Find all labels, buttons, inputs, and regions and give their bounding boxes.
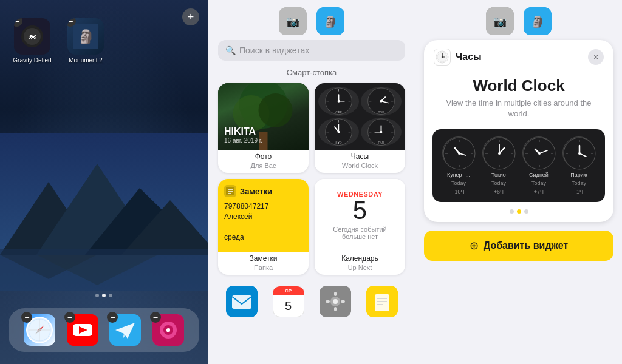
- svg-point-104: [458, 152, 460, 155]
- clock-cupertino-offset: -10Ч: [453, 189, 464, 195]
- svg-text:📷: 📷: [493, 15, 507, 29]
- remove-badge[interactable]: −: [150, 312, 161, 323]
- add-widget-button[interactable]: ⊕ Добавить виджет: [424, 231, 613, 261]
- notes-widget-name: Заметки: [218, 252, 309, 264]
- notes-widget-title: Заметки: [240, 187, 272, 196]
- svg-point-96: [442, 56, 443, 58]
- page-dots: [95, 294, 112, 297]
- clock-tokyo: Токио Today +6Ч: [482, 136, 515, 195]
- svg-point-128: [578, 152, 581, 155]
- svg-point-35: [259, 93, 293, 127]
- page-dot-2: [102, 294, 106, 297]
- svg-rect-81: [341, 300, 345, 303]
- clock-widget-name: Часы: [315, 150, 405, 162]
- clock-face-2: TOK: [361, 87, 402, 116]
- clock-tokyo-day: Today: [491, 180, 506, 186]
- settings-icon[interactable]: [320, 286, 351, 317]
- detail-dot-2: [517, 209, 521, 214]
- notes-small-icon[interactable]: [366, 286, 398, 317]
- svg-text:🗿: 🗿: [531, 15, 545, 29]
- notes-line-2: Алексей: [224, 212, 302, 221]
- clock-sydney-name: Сидней: [529, 172, 549, 178]
- widget-top-icon-1: 📷: [279, 7, 307, 35]
- widget-top-icon-2: 🗿: [316, 7, 344, 35]
- widget-selector-panel: 📷 🗿 🔍 Поиск в виджетах Смарт-стопка: [208, 0, 415, 364]
- svg-text:d: d: [166, 327, 170, 334]
- clock-paris-name: Париж: [570, 172, 587, 178]
- page-dot-3: [109, 294, 112, 297]
- svg-rect-78: [334, 292, 337, 296]
- clock-sydney-day: Today: [531, 180, 546, 186]
- clock-app-name: Часы: [456, 52, 482, 62]
- dock-djay[interactable]: − d: [152, 314, 184, 346]
- cal-no-events: Сегодня событий больше нет: [321, 226, 399, 240]
- calendar-small-icon[interactable]: СР 5: [273, 286, 304, 317]
- clock-face-4: PAR: [361, 118, 402, 147]
- svg-point-68: [380, 130, 383, 133]
- clock-panel-top-apps: 📷 🗿: [415, 0, 622, 40]
- detail-dot-1: [510, 209, 514, 214]
- close-button[interactable]: ×: [588, 49, 604, 65]
- section-title: Смарт-стопка: [208, 68, 415, 77]
- bottom-app-icons: СР 5: [208, 281, 415, 322]
- search-placeholder: Поиск в виджетах: [239, 46, 309, 55]
- clock-tokyo-name: Токио: [491, 172, 506, 178]
- svg-point-52: [380, 100, 383, 103]
- clock-widget[interactable]: CUP: [315, 83, 405, 173]
- page-dot-1: [95, 294, 99, 297]
- photo-widget-name: Фото: [218, 150, 309, 162]
- svg-point-60: [338, 130, 340, 133]
- app-icons-row: − 🏍 Gravity Defied − 🗿 Monument 2: [11, 18, 107, 64]
- widget-top-apps: 📷 🗿: [208, 0, 415, 40]
- monument2-label: Monument 2: [69, 57, 103, 64]
- svg-point-77: [333, 299, 338, 304]
- svg-text:🗿: 🗿: [78, 29, 95, 45]
- add-widget-label: Добавить виджет: [484, 240, 568, 251]
- dock-youtube[interactable]: −: [67, 314, 98, 346]
- gravity-defied-label: Gravity Defied: [13, 57, 51, 64]
- detail-dot-3: [524, 209, 528, 214]
- add-widget-plus-icon: ⊕: [470, 239, 479, 252]
- clock-cupertino-day: Today: [451, 180, 466, 186]
- svg-text:📷: 📷: [286, 15, 300, 29]
- dock: − − −: [9, 308, 199, 352]
- svg-text:🏍: 🏍: [28, 31, 36, 41]
- notes-widget-sublabel: Папка: [218, 264, 309, 275]
- world-clock-title: World Clock: [424, 72, 613, 98]
- clock-panel-top-icon-1: 📷: [486, 7, 514, 35]
- cal-day-num: 5: [353, 198, 367, 223]
- svg-text:🗿: 🗿: [324, 15, 338, 29]
- world-clocks-display: Купертi... Today -10Ч: [432, 129, 605, 202]
- notes-line-4: среда: [224, 233, 302, 241]
- photo-widget[interactable]: HIKITA 16 авг. 2019 г. Фото Для Вас: [218, 83, 309, 173]
- svg-rect-79: [334, 307, 337, 311]
- photo-hikita-label: HIKITA: [224, 126, 262, 137]
- dock-safari[interactable]: −: [24, 314, 55, 346]
- svg-point-112: [498, 152, 501, 155]
- app-gravity-defied[interactable]: − 🏍 Gravity Defied: [11, 18, 53, 64]
- detail-pagination-dots: [424, 209, 613, 214]
- calendar-widget-name: Календарь: [315, 252, 405, 264]
- clock-sydney: Сидней Today +7Ч: [522, 136, 555, 195]
- clock-panel-top-icon-2: 🗿: [524, 7, 552, 35]
- clock-paris-day: Today: [572, 180, 586, 186]
- clock-cupertino-name: Купертi...: [447, 172, 470, 178]
- widget-search-bar[interactable]: 🔍 Поиск в виджетах: [218, 40, 405, 61]
- app-monument2[interactable]: − 🗿 Monument 2: [64, 18, 107, 64]
- svg-rect-69: [226, 187, 234, 195]
- add-app-button[interactable]: +: [182, 8, 199, 25]
- photo-date-label: 16 авг. 2019 г.: [224, 137, 262, 144]
- notes-icon: [224, 185, 236, 197]
- dock-telegram[interactable]: −: [109, 314, 141, 346]
- notes-widget[interactable]: Заметки 79788047217 Алексей среда Заметк…: [218, 179, 309, 275]
- search-icon: 🔍: [225, 46, 236, 55]
- clock-paris: Париж Today -1Ч: [562, 136, 595, 195]
- mail-icon[interactable]: [226, 286, 258, 317]
- calendar-widget[interactable]: WEDNESDAY 5 Сегодня событий больше нет К…: [315, 179, 405, 275]
- photo-widget-sublabel: Для Вас: [218, 162, 309, 173]
- clock-face-1: CUP: [318, 87, 359, 116]
- widget-grid: HIKITA 16 авг. 2019 г. Фото Для Вас: [208, 83, 415, 281]
- svg-point-44: [338, 100, 340, 103]
- remove-badge[interactable]: −: [64, 312, 75, 323]
- svg-rect-74: [232, 295, 251, 309]
